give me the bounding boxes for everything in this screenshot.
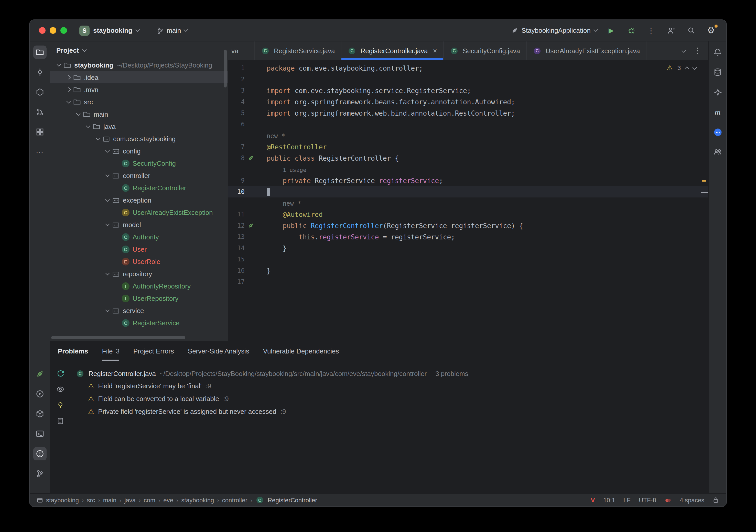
line-number[interactable]: 17 bbox=[228, 278, 245, 286]
terminal-tool-icon[interactable] bbox=[33, 427, 46, 441]
tree-item-idea[interactable]: .idea bbox=[50, 71, 228, 83]
tree-chevron-icon[interactable] bbox=[103, 199, 112, 201]
tree-item-controller[interactable]: controller bbox=[50, 169, 228, 182]
code-line-6[interactable]: 6 bbox=[228, 119, 708, 130]
editor-tab-useralreadyexistexception-java[interactable]: CUserAlreadyExistException.java bbox=[527, 41, 647, 60]
tree-item-repository[interactable]: repository bbox=[50, 267, 228, 280]
breadcrumb-item[interactable]: main bbox=[103, 496, 117, 504]
tree-item-userrepository[interactable]: IUserRepository bbox=[50, 292, 228, 304]
ai-assistant-icon[interactable] bbox=[711, 86, 724, 99]
breadcrumb-item[interactable]: src bbox=[87, 496, 95, 504]
tree-chevron-icon[interactable] bbox=[103, 273, 112, 274]
tree-item-com-eve-staybooking[interactable]: com.eve.staybooking bbox=[50, 133, 228, 145]
run-tool-icon[interactable] bbox=[33, 387, 46, 400]
tree-horizontal-scrollbar[interactable] bbox=[51, 336, 185, 339]
tree-item-registerservice[interactable]: CRegisterService bbox=[50, 317, 228, 329]
problem-item[interactable]: ⚠Private field 'registerService' is assi… bbox=[76, 405, 703, 418]
inspections-widget[interactable]: ⚠ 3 bbox=[667, 64, 696, 72]
breadcrumb-item[interactable]: controller bbox=[222, 496, 248, 504]
code-line-14[interactable]: 14 } bbox=[228, 242, 708, 254]
project-widget[interactable]: S staybooking bbox=[79, 25, 139, 36]
more-tool-windows-icon[interactable]: ⋯ bbox=[33, 145, 46, 159]
problem-item[interactable]: ⚠Field 'registerService' may be 'final':… bbox=[76, 380, 703, 393]
tree-chevron-icon[interactable] bbox=[74, 113, 82, 115]
breadcrumb-item[interactable]: eve bbox=[163, 496, 173, 504]
problems-tab-server-side-analysis[interactable]: Server-Side Analysis bbox=[188, 341, 249, 361]
report-icon[interactable] bbox=[55, 416, 66, 426]
code-line-2[interactable]: 2 bbox=[228, 74, 708, 85]
editor-tab-va[interactable]: va bbox=[228, 41, 255, 60]
spring-bean-gutter-icon[interactable] bbox=[245, 222, 257, 229]
spring-bean-gutter-icon[interactable] bbox=[245, 155, 257, 161]
services-tool-icon[interactable] bbox=[33, 407, 46, 420]
tree-chevron-icon[interactable] bbox=[83, 126, 92, 127]
tab-list-chevron-icon[interactable] bbox=[682, 49, 686, 53]
file-encoding[interactable]: UTF-8 bbox=[639, 496, 656, 504]
close-tab-icon[interactable]: × bbox=[433, 47, 437, 54]
ideavim-icon[interactable]: V bbox=[591, 496, 595, 504]
code-line-5[interactable]: 5import org.springframework.web.bind.ann… bbox=[228, 108, 708, 119]
error-stripe-warning-mark[interactable] bbox=[702, 180, 706, 182]
line-number[interactable]: 14 bbox=[228, 244, 245, 252]
problems-tab-project-errors[interactable]: Project Errors bbox=[133, 341, 174, 361]
collaboration-users-icon[interactable] bbox=[711, 145, 724, 159]
code-line-16[interactable]: 16} bbox=[228, 265, 708, 276]
version-control-tool-icon[interactable] bbox=[33, 467, 46, 480]
search-everywhere-icon[interactable] bbox=[685, 24, 697, 37]
breadcrumb-item[interactable]: java bbox=[124, 496, 136, 504]
zoom-window-button[interactable] bbox=[60, 27, 67, 34]
tree-item-authorityrepository[interactable]: IAuthorityRepository bbox=[50, 280, 228, 292]
code-line-8[interactable]: 8public class RegisterController { bbox=[228, 152, 708, 164]
editor-tab-securityconfig-java[interactable]: CSecurityConfig.java bbox=[444, 41, 527, 60]
code-line-12[interactable]: 12 public RegisterController(RegisterSer… bbox=[228, 220, 708, 231]
code-line-9[interactable]: 9 private RegisterService registerServic… bbox=[228, 175, 708, 186]
error-stripe-caret-mark[interactable] bbox=[701, 192, 708, 193]
problems-file-row[interactable]: C RegisterController.java ~/Desktop/Proj… bbox=[76, 367, 703, 380]
tree-chevron-icon[interactable] bbox=[64, 88, 73, 91]
problem-item[interactable]: ⚠Field can be converted to a local varia… bbox=[76, 393, 703, 405]
line-separator[interactable]: LF bbox=[623, 496, 631, 504]
caret-position[interactable]: 10:1 bbox=[603, 496, 615, 504]
maven-tool-icon[interactable]: m bbox=[711, 105, 724, 119]
tree-chevron-icon[interactable] bbox=[103, 310, 112, 311]
pull-requests-tool-icon[interactable] bbox=[33, 105, 46, 119]
tree-item-service[interactable]: service bbox=[50, 304, 228, 317]
chat-tool-icon[interactable] bbox=[711, 125, 724, 139]
tree-chevron-icon[interactable] bbox=[64, 101, 73, 103]
close-window-button[interactable] bbox=[39, 27, 45, 34]
code-line-7[interactable]: 7@RestController bbox=[228, 141, 708, 152]
settings-gear-icon[interactable]: ⚙ bbox=[705, 24, 717, 37]
tree-chevron-icon[interactable] bbox=[54, 64, 63, 66]
tree-chevron-icon[interactable] bbox=[93, 138, 102, 139]
view-options-eye-icon[interactable] bbox=[55, 384, 66, 394]
indent-setting[interactable]: 4 spaces bbox=[680, 496, 704, 504]
tree-item-config[interactable]: config bbox=[50, 145, 228, 157]
line-number[interactable]: 5 bbox=[228, 110, 245, 116]
rerun-analysis-icon[interactable] bbox=[55, 368, 66, 379]
minimize-window-button[interactable] bbox=[50, 27, 56, 34]
structure-tool-icon[interactable] bbox=[33, 125, 46, 139]
code-line-1[interactable]: 1package com.eve.staybooking.controller; bbox=[228, 63, 708, 74]
tree-item-registercontroller[interactable]: CRegisterController bbox=[50, 182, 228, 194]
debug-button[interactable] bbox=[625, 24, 637, 37]
problems-tab-file[interactable]: File3 bbox=[102, 341, 120, 361]
code-line-3[interactable]: 3import com.eve.staybooking.service.Regi… bbox=[228, 85, 708, 96]
spring-tool-icon[interactable] bbox=[33, 367, 46, 381]
tree-item-authority[interactable]: CAuthority bbox=[50, 231, 228, 243]
plugin-indicator-icon[interactable] bbox=[664, 496, 672, 504]
tree-chevron-icon[interactable] bbox=[64, 76, 73, 79]
tree-item-mvn[interactable]: .mvn bbox=[50, 83, 228, 96]
tree-item-exception[interactable]: exception bbox=[50, 194, 228, 206]
tree-item-java[interactable]: java bbox=[50, 120, 228, 133]
tree-item-userrole[interactable]: EUserRole bbox=[50, 255, 228, 267]
line-number[interactable]: 1 bbox=[228, 64, 245, 72]
tree-item-src[interactable]: src bbox=[50, 96, 228, 108]
tree-item-useralreadyexistexception[interactable]: CUserAlreadyExistException bbox=[50, 206, 228, 218]
code-line-15[interactable]: 15 bbox=[228, 254, 708, 265]
line-number[interactable]: 4 bbox=[228, 98, 245, 105]
commit-tool-icon[interactable] bbox=[33, 65, 46, 79]
breadcrumb-item[interactable]: staybooking bbox=[46, 496, 79, 504]
line-number[interactable]: 8 bbox=[228, 155, 245, 162]
tree-item-user[interactable]: CUser bbox=[50, 243, 228, 255]
line-number[interactable]: 11 bbox=[228, 211, 245, 218]
